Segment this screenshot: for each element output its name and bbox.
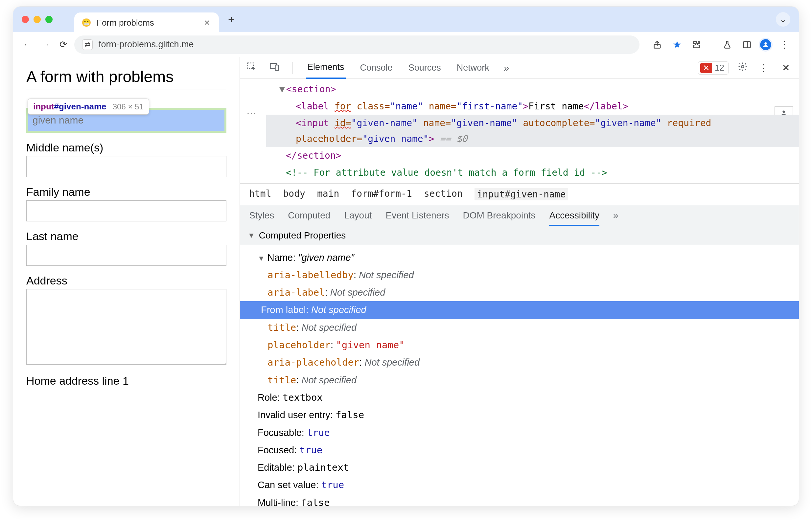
browser-tab[interactable]: 😬 Form problems × — [74, 12, 219, 33]
tab-favicon-icon: 😬 — [81, 18, 91, 27]
svg-point-7 — [741, 66, 744, 68]
element-inspect-tooltip: input#given-name 306 × 51 — [28, 99, 149, 115]
subtab-event-listeners[interactable]: Event Listeners — [386, 210, 449, 221]
computed-properties-header[interactable]: ▼ Computed Properties — [240, 226, 799, 245]
new-tab-button[interactable]: + — [224, 12, 238, 27]
tab-title: Form problems — [97, 18, 199, 28]
devtools-close-icon[interactable]: ✕ — [779, 61, 792, 75]
devtools-subtabs: Styles Computed Layout Event Listeners D… — [240, 205, 799, 226]
svg-rect-1 — [744, 42, 751, 48]
settings-gear-icon[interactable] — [738, 62, 747, 74]
address-label: Address — [26, 274, 226, 287]
subtab-accessibility[interactable]: Accessibility — [549, 205, 599, 226]
home-address1-label: Home address line 1 — [26, 374, 226, 387]
site-settings-icon[interactable]: ⇄ — [82, 40, 93, 50]
address-bar[interactable]: ⇄ form-problems.glitch.me — [74, 35, 639, 54]
error-icon: ✕ — [700, 63, 712, 73]
from-label-row[interactable]: From label: Not specified — [240, 301, 799, 319]
tab-console[interactable]: Console — [359, 57, 394, 78]
last-name-input[interactable] — [26, 245, 226, 266]
tabs-overflow-icon[interactable]: » — [504, 62, 509, 74]
device-toolbar-icon[interactable] — [270, 62, 279, 74]
reload-button[interactable]: ⟳ — [56, 38, 70, 51]
tab-elements[interactable]: Elements — [306, 57, 346, 79]
devtools-panel: Elements Console Sources Network » ✕ 12 … — [240, 57, 799, 506]
crumb-body[interactable]: body — [283, 188, 305, 200]
family-name-label: Family name — [26, 186, 226, 199]
maximize-window-icon[interactable] — [45, 16, 53, 23]
share-button[interactable] — [651, 38, 664, 51]
disclosure-triangle-icon[interactable]: ▼ — [248, 231, 255, 240]
tab-network[interactable]: Network — [455, 57, 491, 78]
close-window-icon[interactable] — [22, 16, 29, 23]
error-count-badge[interactable]: ✕ 12 — [698, 61, 729, 75]
subtab-dom-breakpoints[interactable]: DOM Breakpoints — [463, 210, 536, 221]
selected-dom-node[interactable]: <input id="given-name" name="given-name"… — [266, 115, 799, 147]
error-count-text: 12 — [715, 63, 724, 73]
devtools-menu-icon[interactable]: ⋮ — [757, 61, 770, 75]
disclosure-triangle-icon[interactable]: ▼ — [258, 254, 265, 262]
window-titlebar: 😬 Form problems × + ⌄ — [13, 6, 799, 32]
close-tab-icon[interactable]: × — [204, 18, 210, 28]
subtab-layout[interactable]: Layout — [344, 210, 372, 221]
middle-name-label: Middle name(s) — [26, 141, 226, 154]
window-controls — [22, 16, 53, 23]
extensions-button[interactable] — [690, 38, 703, 51]
subtab-computed[interactable]: Computed — [288, 210, 330, 221]
page-content: A form with problems input#given-name 30… — [13, 57, 240, 506]
side-panel-button[interactable] — [740, 38, 754, 51]
svg-point-3 — [764, 42, 767, 44]
family-name-input[interactable] — [26, 200, 226, 222]
svg-rect-6 — [275, 65, 279, 70]
labs-button[interactable] — [721, 38, 734, 51]
crumb-main[interactable]: main — [317, 188, 339, 200]
crumb-html[interactable]: html — [249, 188, 271, 200]
minimize-window-icon[interactable] — [33, 16, 41, 23]
address-textarea[interactable] — [26, 289, 226, 365]
bookmark-star-icon[interactable]: ★ — [670, 38, 684, 51]
crumb-input[interactable]: input#given-name — [475, 188, 568, 200]
forward-button[interactable]: → — [39, 38, 52, 51]
page-title: A form with problems — [26, 68, 226, 89]
kebab-menu-button[interactable]: ⋮ — [778, 38, 791, 51]
crumb-section[interactable]: section — [424, 188, 463, 200]
inspect-element-icon[interactable] — [247, 62, 256, 74]
back-button[interactable]: ← — [21, 38, 34, 51]
dom-breadcrumb[interactable]: html body main form#form-1 section input… — [240, 183, 799, 205]
profile-button[interactable] — [760, 39, 771, 50]
subtabs-overflow-icon[interactable]: » — [613, 210, 618, 221]
browser-toolbar: ← → ⟳ ⇄ form-problems.glitch.me ★ — [13, 32, 799, 57]
url-text: form-problems.glitch.me — [99, 40, 194, 50]
devtools-top-tabs: Elements Console Sources Network » ✕ 12 … — [240, 57, 799, 79]
tabs-overflow-button[interactable]: ⌄ — [776, 12, 790, 27]
subtab-styles[interactable]: Styles — [249, 210, 274, 221]
accessibility-properties: ▼ Name: "given name" aria-labelledby: No… — [240, 245, 799, 506]
middle-name-input[interactable] — [26, 156, 226, 177]
last-name-label: Last name — [26, 230, 226, 243]
dom-tree[interactable]: ▼<section> <label for class="name" name=… — [240, 79, 799, 183]
crumb-form[interactable]: form#form-1 — [351, 188, 412, 200]
tab-sources[interactable]: Sources — [407, 57, 442, 78]
